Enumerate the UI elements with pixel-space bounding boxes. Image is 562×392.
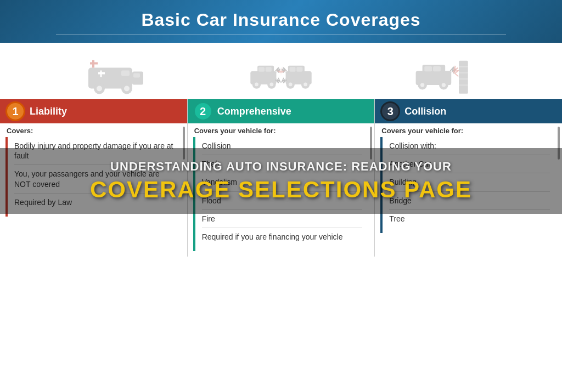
svg-rect-3 [100, 71, 102, 77]
comprehensive-covers-label: Covers your vehicle for: [188, 123, 375, 137]
icons-row [0, 43, 562, 99]
svg-point-7 [97, 86, 102, 92]
car-collision-icon-container [198, 53, 363, 99]
svg-rect-26 [289, 67, 295, 72]
ambulance-icon-container [33, 53, 198, 99]
liability-title: Liability [30, 106, 67, 117]
svg-rect-11 [92, 60, 94, 68]
car-barrier-icon [413, 53, 479, 99]
svg-rect-18 [258, 67, 265, 72]
comprehensive-item-6: Required if you are financing your vehic… [202, 228, 363, 246]
liability-header: 1 Liability [0, 99, 187, 123]
header-section: Basic Car Insurance Coverages [0, 0, 562, 43]
comprehensive-title: Comprehensive [217, 106, 291, 117]
svg-point-25 [304, 83, 307, 87]
svg-point-33 [442, 83, 446, 87]
svg-rect-36 [459, 61, 468, 94]
page-wrapper: Basic Car Insurance Coverages [0, 0, 562, 392]
car-barrier-icon-container [364, 53, 529, 99]
car-collision-icon [248, 53, 314, 99]
collision-header: 3 Collision [375, 99, 562, 123]
svg-rect-35 [433, 66, 441, 71]
collision-title: Collision [404, 106, 446, 117]
comprehensive-number-badge: 2 [193, 101, 213, 121]
liability-number-badge: 1 [5, 101, 25, 121]
dark-overlay [0, 148, 562, 214]
svg-point-17 [269, 83, 273, 87]
svg-rect-27 [296, 67, 302, 72]
ambulance-icon [83, 53, 149, 99]
svg-point-15 [255, 83, 258, 87]
svg-rect-19 [266, 67, 272, 72]
liability-covers-label: Covers: [0, 123, 187, 137]
svg-point-31 [420, 83, 424, 87]
page-title: Basic Car Insurance Coverages [0, 10, 562, 30]
collision-number-badge: 3 [380, 101, 400, 121]
svg-rect-34 [425, 66, 432, 71]
svg-rect-4 [121, 71, 130, 76]
svg-point-23 [289, 83, 293, 87]
svg-rect-5 [133, 73, 140, 78]
header-divider [56, 35, 505, 35]
comprehensive-header: 2 Comprehensive [188, 99, 375, 123]
svg-point-9 [124, 86, 130, 92]
collision-covers-label: Covers your vehicle for: [375, 123, 562, 137]
